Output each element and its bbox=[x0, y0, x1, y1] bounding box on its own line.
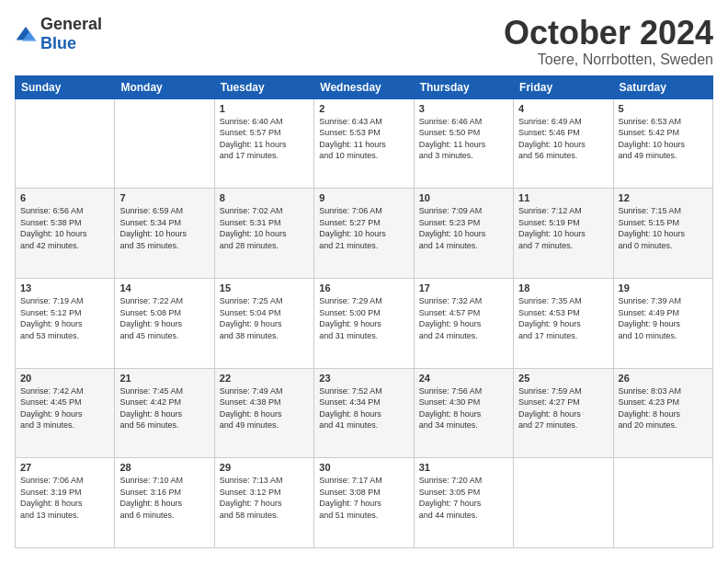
day-number: 17 bbox=[419, 282, 508, 293]
day-info: Sunrise: 7:25 AM Sunset: 5:04 PM Dayligh… bbox=[220, 295, 309, 341]
calendar-week-2: 6Sunrise: 6:56 AM Sunset: 5:38 PM Daylig… bbox=[16, 189, 713, 279]
day-info: Sunrise: 7:06 AM Sunset: 5:27 PM Dayligh… bbox=[319, 205, 408, 251]
day-number: 29 bbox=[220, 462, 309, 473]
day-info: Sunrise: 7:12 AM Sunset: 5:19 PM Dayligh… bbox=[518, 205, 608, 251]
calendar-week-4: 20Sunrise: 7:42 AM Sunset: 4:45 PM Dayli… bbox=[16, 368, 713, 458]
day-number: 10 bbox=[419, 192, 508, 203]
calendar-cell: 23Sunrise: 7:52 AM Sunset: 4:34 PM Dayli… bbox=[314, 368, 414, 458]
calendar-cell: 2Sunrise: 6:43 AM Sunset: 5:53 PM Daylig… bbox=[314, 98, 414, 189]
day-number: 23 bbox=[319, 373, 408, 384]
day-info: Sunrise: 7:06 AM Sunset: 3:19 PM Dayligh… bbox=[20, 475, 109, 521]
title-block: October 2024 Toere, Norrbotten, Sweden bbox=[504, 15, 713, 68]
calendar-cell bbox=[613, 458, 712, 548]
day-number: 12 bbox=[619, 192, 708, 203]
day-info: Sunrise: 7:35 AM Sunset: 4:53 PM Dayligh… bbox=[518, 295, 608, 341]
day-info: Sunrise: 8:03 AM Sunset: 4:23 PM Dayligh… bbox=[619, 385, 708, 431]
day-info: Sunrise: 7:15 AM Sunset: 5:15 PM Dayligh… bbox=[619, 205, 708, 251]
day-number: 19 bbox=[619, 282, 708, 293]
day-info: Sunrise: 7:49 AM Sunset: 4:38 PM Dayligh… bbox=[220, 385, 309, 431]
calendar-cell: 4Sunrise: 6:49 AM Sunset: 5:46 PM Daylig… bbox=[514, 98, 613, 189]
day-info: Sunrise: 6:46 AM Sunset: 5:50 PM Dayligh… bbox=[419, 116, 508, 162]
calendar-page: General Blue October 2024 Toere, Norrbot… bbox=[0, 0, 728, 563]
weekday-header-friday: Friday bbox=[514, 75, 613, 98]
day-info: Sunrise: 7:22 AM Sunset: 5:08 PM Dayligh… bbox=[119, 295, 209, 341]
day-number: 5 bbox=[619, 103, 708, 114]
weekday-header-tuesday: Tuesday bbox=[214, 75, 313, 98]
calendar-cell: 31Sunrise: 7:20 AM Sunset: 3:05 PM Dayli… bbox=[414, 458, 513, 548]
day-number: 28 bbox=[119, 462, 209, 473]
day-info: Sunrise: 6:43 AM Sunset: 5:53 PM Dayligh… bbox=[319, 116, 408, 162]
day-number: 14 bbox=[119, 282, 209, 293]
calendar-cell: 29Sunrise: 7:13 AM Sunset: 3:12 PM Dayli… bbox=[214, 458, 313, 548]
calendar-cell: 16Sunrise: 7:29 AM Sunset: 5:00 PM Dayli… bbox=[314, 278, 414, 368]
calendar-week-1: 1Sunrise: 6:40 AM Sunset: 5:57 PM Daylig… bbox=[16, 98, 713, 189]
day-number: 1 bbox=[220, 103, 309, 114]
day-number: 31 bbox=[419, 462, 508, 473]
day-number: 9 bbox=[319, 192, 408, 203]
day-info: Sunrise: 6:56 AM Sunset: 5:38 PM Dayligh… bbox=[20, 205, 109, 251]
month-title: October 2024 bbox=[504, 15, 713, 52]
weekday-header-row: SundayMondayTuesdayWednesdayThursdayFrid… bbox=[16, 75, 713, 98]
weekday-header-thursday: Thursday bbox=[414, 75, 513, 98]
calendar-cell: 11Sunrise: 7:12 AM Sunset: 5:19 PM Dayli… bbox=[514, 189, 613, 279]
weekday-header-sunday: Sunday bbox=[16, 75, 115, 98]
calendar-cell bbox=[16, 98, 115, 189]
weekday-header-monday: Monday bbox=[115, 75, 214, 98]
logo-general: General bbox=[40, 15, 102, 33]
day-number: 21 bbox=[119, 373, 209, 384]
day-number: 25 bbox=[518, 373, 608, 384]
day-number: 6 bbox=[20, 192, 109, 203]
calendar-cell: 30Sunrise: 7:17 AM Sunset: 3:08 PM Dayli… bbox=[314, 458, 414, 548]
calendar-cell: 26Sunrise: 8:03 AM Sunset: 4:23 PM Dayli… bbox=[613, 368, 712, 458]
logo-blue: Blue bbox=[40, 34, 76, 52]
calendar-cell: 27Sunrise: 7:06 AM Sunset: 3:19 PM Dayli… bbox=[16, 458, 115, 548]
day-number: 22 bbox=[220, 373, 309, 384]
calendar-cell: 20Sunrise: 7:42 AM Sunset: 4:45 PM Dayli… bbox=[16, 368, 115, 458]
calendar-cell: 17Sunrise: 7:32 AM Sunset: 4:57 PM Dayli… bbox=[414, 278, 513, 368]
calendar-cell bbox=[115, 98, 214, 189]
day-number: 16 bbox=[319, 282, 408, 293]
day-number: 30 bbox=[319, 462, 408, 473]
calendar-cell: 3Sunrise: 6:46 AM Sunset: 5:50 PM Daylig… bbox=[414, 98, 513, 189]
day-number: 4 bbox=[518, 103, 608, 114]
calendar-cell: 28Sunrise: 7:10 AM Sunset: 3:16 PM Dayli… bbox=[115, 458, 214, 548]
day-info: Sunrise: 6:40 AM Sunset: 5:57 PM Dayligh… bbox=[220, 116, 309, 162]
day-info: Sunrise: 7:59 AM Sunset: 4:27 PM Dayligh… bbox=[518, 385, 608, 431]
day-info: Sunrise: 7:29 AM Sunset: 5:00 PM Dayligh… bbox=[319, 295, 408, 341]
day-number: 18 bbox=[518, 282, 608, 293]
calendar-cell: 14Sunrise: 7:22 AM Sunset: 5:08 PM Dayli… bbox=[115, 278, 214, 368]
calendar-cell: 7Sunrise: 6:59 AM Sunset: 5:34 PM Daylig… bbox=[115, 189, 214, 279]
day-info: Sunrise: 7:17 AM Sunset: 3:08 PM Dayligh… bbox=[319, 475, 408, 521]
day-info: Sunrise: 7:45 AM Sunset: 4:42 PM Dayligh… bbox=[119, 385, 209, 431]
calendar-cell: 10Sunrise: 7:09 AM Sunset: 5:23 PM Dayli… bbox=[414, 189, 513, 279]
day-info: Sunrise: 7:02 AM Sunset: 5:31 PM Dayligh… bbox=[220, 205, 309, 251]
day-info: Sunrise: 7:09 AM Sunset: 5:23 PM Dayligh… bbox=[419, 205, 508, 251]
logo: General Blue bbox=[15, 15, 102, 53]
day-number: 20 bbox=[20, 373, 109, 384]
location-title: Toere, Norrbotten, Sweden bbox=[504, 52, 713, 68]
day-info: Sunrise: 7:39 AM Sunset: 4:49 PM Dayligh… bbox=[619, 295, 708, 341]
calendar-cell: 25Sunrise: 7:59 AM Sunset: 4:27 PM Dayli… bbox=[514, 368, 613, 458]
day-number: 8 bbox=[220, 192, 309, 203]
day-number: 24 bbox=[419, 373, 508, 384]
calendar-cell: 21Sunrise: 7:45 AM Sunset: 4:42 PM Dayli… bbox=[115, 368, 214, 458]
day-number: 11 bbox=[518, 192, 608, 203]
calendar-cell: 5Sunrise: 6:53 AM Sunset: 5:42 PM Daylig… bbox=[613, 98, 712, 189]
day-info: Sunrise: 6:49 AM Sunset: 5:46 PM Dayligh… bbox=[518, 116, 608, 162]
day-info: Sunrise: 7:56 AM Sunset: 4:30 PM Dayligh… bbox=[419, 385, 508, 431]
calendar-cell: 13Sunrise: 7:19 AM Sunset: 5:12 PM Dayli… bbox=[16, 278, 115, 368]
calendar-week-5: 27Sunrise: 7:06 AM Sunset: 3:19 PM Dayli… bbox=[16, 458, 713, 548]
calendar-cell: 19Sunrise: 7:39 AM Sunset: 4:49 PM Dayli… bbox=[613, 278, 712, 368]
day-number: 15 bbox=[220, 282, 309, 293]
calendar-cell: 9Sunrise: 7:06 AM Sunset: 5:27 PM Daylig… bbox=[314, 189, 414, 279]
day-info: Sunrise: 7:32 AM Sunset: 4:57 PM Dayligh… bbox=[419, 295, 508, 341]
weekday-header-saturday: Saturday bbox=[613, 75, 712, 98]
weekday-header-wednesday: Wednesday bbox=[314, 75, 414, 98]
calendar-cell: 6Sunrise: 6:56 AM Sunset: 5:38 PM Daylig… bbox=[16, 189, 115, 279]
calendar-week-3: 13Sunrise: 7:19 AM Sunset: 5:12 PM Dayli… bbox=[16, 278, 713, 368]
calendar-cell: 24Sunrise: 7:56 AM Sunset: 4:30 PM Dayli… bbox=[414, 368, 513, 458]
calendar-cell: 15Sunrise: 7:25 AM Sunset: 5:04 PM Dayli… bbox=[214, 278, 313, 368]
calendar-cell: 8Sunrise: 7:02 AM Sunset: 5:31 PM Daylig… bbox=[214, 189, 313, 279]
calendar-cell: 22Sunrise: 7:49 AM Sunset: 4:38 PM Dayli… bbox=[214, 368, 313, 458]
day-info: Sunrise: 6:59 AM Sunset: 5:34 PM Dayligh… bbox=[119, 205, 209, 251]
